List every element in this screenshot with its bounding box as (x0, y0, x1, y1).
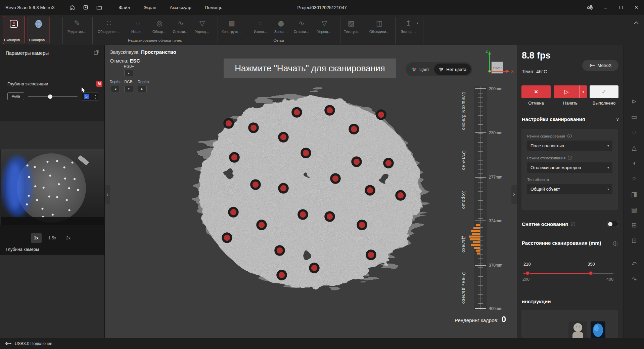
spinner-up-icon[interactable]: ▴ (95, 93, 96, 96)
menu-accessory[interactable]: Аксессуар (170, 5, 191, 10)
info-icon[interactable]: i (567, 134, 572, 138)
tool-smooth-point-cloud[interactable]: ∿Сглажи… (169, 18, 193, 38)
zoom-2x[interactable]: 2x (63, 233, 74, 243)
depth-plus-button[interactable]: ▶ (138, 86, 147, 92)
new-project-icon[interactable] (83, 5, 88, 10)
layers-icon[interactable]: ▤ (624, 204, 644, 215)
tool-smooth-mesh[interactable]: ∿Сглажи… (289, 18, 314, 38)
close-button[interactable]: × (629, 0, 644, 15)
exposure-value-input[interactable]: 5 ▴ ▾ (82, 92, 98, 101)
scan-marker (358, 221, 366, 229)
ribbon-collapse-icon[interactable] (634, 20, 639, 26)
z-axis-label: Z (486, 49, 488, 54)
maximize-button[interactable] (613, 0, 629, 15)
scan-mode-dropdown[interactable]: Поле полностью ▾ (527, 141, 612, 151)
ribbon-separator (92, 17, 93, 44)
menu-file[interactable]: Файл (119, 5, 130, 10)
rgb-minus-button[interactable]: ▼ (124, 86, 133, 92)
statusbar: USB3.0 Подключен (0, 338, 644, 349)
scan-mode-label: Режим сканирования (527, 134, 565, 138)
scan-mode-marker-button[interactable]: Сканирова… (3, 16, 25, 44)
scan-marker (326, 212, 334, 221)
collapse-right-panel[interactable]: › (511, 185, 517, 204)
info-icon[interactable]: i (568, 156, 572, 160)
popout-icon[interactable] (94, 50, 99, 56)
slider-handle[interactable] (48, 94, 52, 99)
tool-simplify-mesh[interactable]: ▽Упрощ… (312, 18, 336, 38)
gauge-distance-label: 400mm (489, 306, 502, 311)
distance-range-slider[interactable] (523, 271, 613, 276)
slider-handle-high[interactable] (589, 271, 593, 275)
home-icon[interactable] (70, 5, 75, 10)
scan-marker (293, 108, 301, 117)
tool-merge[interactable]: ◫Объедини… (367, 18, 392, 38)
tune-settings-icon[interactable] (582, 0, 598, 15)
lasso-select-icon[interactable]: ◌ (624, 126, 644, 138)
instruction-thumbnail-face[interactable] (591, 321, 605, 338)
scan-viewport[interactable]: Z FRONT X Запуск/пауза:Пространство Отме… (105, 45, 517, 338)
auto-exposure-button[interactable]: Auto (7, 92, 24, 100)
minimize-button[interactable]: – (598, 0, 613, 15)
preview-controls: 1x 1.5x 2x Глубина камеры (0, 225, 104, 255)
tracking-mode-dropdown[interactable]: Отслеживание маркеров ▾ (527, 162, 612, 173)
info-icon[interactable]: i (571, 222, 575, 226)
cancel-label: Отмена (521, 101, 551, 106)
depth-minus-button[interactable]: ◀ (111, 86, 120, 92)
scan-settings-title: Настройки сканирования (522, 116, 585, 122)
cancel-scan-button[interactable]: × (521, 85, 551, 98)
scan-marker (377, 111, 385, 119)
gizmo-front-label: FRONT (493, 66, 502, 69)
object-type-dropdown[interactable]: Общий объект ▾ (527, 184, 612, 194)
box-select-icon[interactable]: ⊡ (624, 235, 644, 246)
spinner-down-icon[interactable]: ▾ (95, 96, 96, 100)
comment-icon[interactable]: ◖ (624, 157, 644, 169)
tool-label: Конструкц… (220, 30, 243, 34)
tool-texture[interactable]: ▨Текстура (339, 18, 363, 38)
scan-mode-value: Поле полностью (531, 143, 564, 148)
tool-isolate-point-cloud[interactable]: ◌Изоля… (126, 18, 150, 38)
undo-icon[interactable]: ↶ (624, 258, 644, 270)
collapse-left-panel[interactable]: ‹ (105, 185, 110, 204)
slider-handle-low[interactable] (525, 271, 530, 275)
menu-screen[interactable]: Экран (143, 5, 156, 10)
tool-export[interactable]: ↥▾Экспор… (396, 18, 420, 38)
color-mode-option-no-color[interactable]: Нет цвета (434, 64, 471, 75)
device-button[interactable]: MetroX (582, 60, 618, 71)
tool-detect[interactable]: ◎Обнар… (147, 18, 172, 38)
done-button[interactable]: ✓ (590, 85, 618, 98)
color-mode-option-color[interactable]: Цвет (407, 64, 433, 75)
tool-merge-point-cloud[interactable]: ∷Объединен… (97, 18, 121, 38)
menu-help[interactable]: Помощь (205, 5, 222, 10)
select-cursor-icon[interactable]: ⊳ (624, 95, 644, 107)
redo-icon[interactable]: ↷ (624, 274, 644, 285)
chevron-down-icon[interactable]: ∨ (616, 117, 619, 122)
slider-fill (523, 273, 591, 274)
zoom-1-5x[interactable]: 1.5x (46, 233, 58, 243)
orientation-gizmo[interactable]: Z FRONT X (486, 49, 514, 74)
tool-label: Сглажи… (290, 30, 313, 34)
instruction-thumbnail-bust[interactable] (568, 321, 587, 338)
grid-icon[interactable]: ⊞ (624, 219, 644, 231)
base-removal-toggle[interactable] (607, 221, 619, 227)
simplify-point-cloud-icon: ▽ (190, 18, 214, 28)
exposure-slider[interactable] (28, 92, 78, 101)
zoom-1x[interactable]: 1x (31, 233, 42, 243)
ellipse-select-icon[interactable]: ○ (624, 173, 644, 184)
plane-cut-icon[interactable]: ◨ (624, 188, 644, 200)
tool-edit[interactable]: ✎Редактир… (65, 18, 89, 38)
tool-construct-mesh[interactable]: ▦Конструкц… (220, 18, 244, 38)
start-dropdown[interactable]: ▾ (579, 85, 587, 98)
rect-select-icon[interactable]: ▭ (624, 111, 644, 122)
gauge-distance-label: 370mm (489, 263, 502, 268)
polygon-select-icon[interactable]: △ (624, 142, 644, 153)
hint-start-pause: Запуск/пауза:Пространство (110, 49, 176, 55)
manual-mode-badge[interactable]: M (96, 81, 102, 87)
start-scan-button[interactable]: ▷ ▾ (554, 85, 587, 98)
x-axis-label: X (511, 69, 514, 74)
info-icon[interactable]: i (613, 241, 617, 246)
edit-icon: ✎ (65, 18, 89, 28)
open-folder-icon[interactable] (96, 5, 102, 10)
tool-simplify-point-cloud[interactable]: ▽Упрощ… (190, 18, 214, 38)
rgb-plus-button[interactable]: ▲ (124, 70, 133, 76)
scan-mode-face-button[interactable]: Сканирова… (28, 16, 50, 44)
